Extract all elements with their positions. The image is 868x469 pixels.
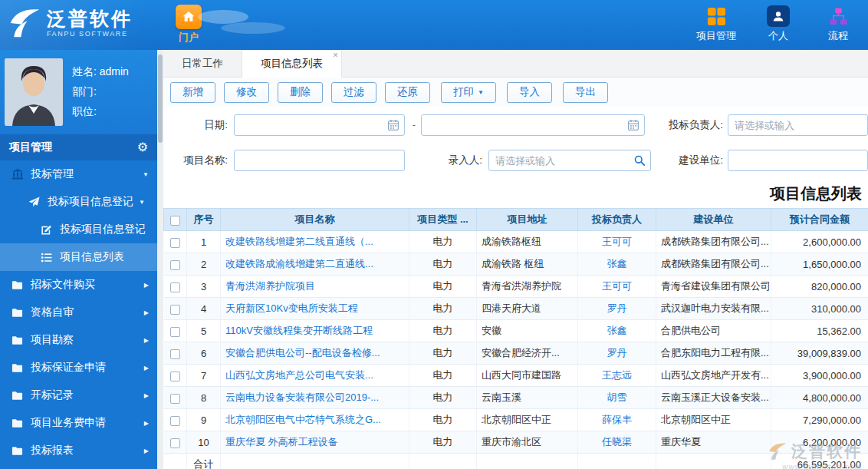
cell-builder: 合肥供电公司: [656, 320, 771, 342]
sidebar-item-8[interactable]: 开标记录▶: [0, 381, 157, 409]
sidebar-item-5[interactable]: 资格自审▶: [0, 299, 157, 326]
tab-1[interactable]: 项目信息列表×: [242, 50, 342, 78]
project-name-link[interactable]: 青海洪湖养护院项目: [225, 280, 315, 292]
tab-label: 项目信息列表: [261, 57, 323, 71]
user-name: 姓名: admin: [72, 61, 129, 81]
leader-link[interactable]: 张鑫: [607, 325, 627, 336]
bid-leader-input[interactable]: [728, 115, 867, 135]
entry-person-input[interactable]: [489, 150, 650, 170]
cell-builder: 成都铁路集团有限公司...: [656, 231, 771, 253]
project-name-link[interactable]: 110kV安徽线程集变开断线路工程: [225, 325, 373, 336]
search-icon[interactable]: [633, 154, 646, 167]
cell-amount: 39,009,839.00: [771, 342, 868, 365]
cell-address: 青海省洪湖养护院: [477, 276, 578, 298]
nav-project-management[interactable]: 项目管理: [696, 5, 736, 43]
row-checkbox[interactable]: [170, 327, 180, 337]
leader-link[interactable]: 王可可: [602, 280, 632, 292]
project-name-link[interactable]: 云南电力设备安装有限公司2019-...: [225, 391, 379, 403]
cell-builder: 成都铁路集团有限公司...: [656, 253, 771, 276]
cell-type: 电力: [409, 231, 477, 253]
cell-no: 1: [187, 231, 221, 253]
cell-amount: 820,000.00: [771, 276, 868, 298]
sidebar-item-0[interactable]: 投标管理▼: [0, 160, 157, 188]
nav-label: 流程: [828, 29, 848, 43]
sidebar-item-9[interactable]: 项目业务费申请▶: [0, 409, 157, 437]
project-name-link[interactable]: 天府新区10Kv变电所安装工程: [225, 302, 358, 314]
tab-0[interactable]: 日常工作: [163, 50, 242, 77]
cell-address: 安徽合肥经济开...: [477, 342, 578, 365]
sidebar-item-label: 投标报表: [31, 444, 74, 457]
project-name-field: [234, 150, 405, 171]
leader-link[interactable]: 任晓渠: [602, 436, 632, 448]
toolbar-button-1[interactable]: 修改: [224, 82, 269, 103]
project-name-link[interactable]: 山西弘文房地产总公司电气安装...: [225, 369, 373, 381]
toolbar-button-0[interactable]: 新增: [170, 82, 215, 103]
cell-builder: 青海省建设集团有限公司: [656, 276, 771, 298]
project-name-link[interactable]: 改建铁路成渝线增建第二直通线...: [225, 258, 373, 269]
sidebar-item-label: 投标项目信息登记: [60, 223, 146, 236]
caret-down-icon: ▼: [139, 199, 145, 206]
sidebar-item-4[interactable]: 招标文件购买▶: [0, 271, 157, 299]
toolbar-button-4[interactable]: 还原: [385, 82, 430, 103]
sidebar-item-6[interactable]: 项目勘察▶: [0, 326, 157, 354]
row-checkbox[interactable]: [170, 394, 180, 404]
table-row: 6安徽合肥供电公司--配电设备检修...电力安徽合肥经济开...罗丹合肥东阳电力…: [164, 342, 868, 365]
leader-link[interactable]: 薛保丰: [602, 414, 632, 425]
column-header: 投标负责人: [578, 209, 656, 231]
sidebar-item-7[interactable]: 投标保证金申请▶: [0, 354, 157, 381]
sidebar-header-label: 项目管理: [9, 140, 52, 154]
gear-icon[interactable]: ⚙: [137, 141, 148, 154]
project-name-input[interactable]: [235, 150, 404, 170]
toolbar-button-7[interactable]: 导出: [563, 82, 608, 103]
sidebar-item-10[interactable]: 投标报表▶: [0, 437, 157, 464]
leader-link[interactable]: 胡雪: [607, 391, 627, 403]
cell-amount: 6,200,000.00: [771, 431, 868, 454]
date-from-input[interactable]: [235, 115, 404, 135]
project-name-link[interactable]: 重庆华夏 外高桥工程设备: [225, 436, 338, 448]
sidebar-header: 项目管理 ⚙: [0, 134, 157, 160]
leader-link[interactable]: 王可可: [602, 236, 632, 247]
leader-link[interactable]: 王志远: [602, 369, 632, 381]
row-checkbox[interactable]: [170, 372, 180, 381]
scrollbar-thumb[interactable]: [158, 54, 163, 143]
calendar-icon[interactable]: [627, 119, 639, 131]
leader-link[interactable]: 张鑫: [607, 258, 627, 269]
nav-personal[interactable]: 个人: [761, 5, 796, 43]
leader-link[interactable]: 罗丹: [607, 302, 627, 314]
close-icon[interactable]: ×: [333, 51, 338, 60]
date-label: 日期:: [163, 114, 228, 136]
sidebar-scrollbar[interactable]: [157, 50, 163, 469]
row-checkbox[interactable]: [170, 416, 180, 426]
project-name-link[interactable]: 北京朝阳区电气中芯特气系统之G...: [225, 414, 381, 425]
cell-no: 10: [187, 431, 221, 454]
row-checkbox[interactable]: [170, 438, 180, 448]
nav-process[interactable]: 流程: [820, 5, 856, 43]
cell-no: 3: [187, 276, 221, 298]
total-label: 合计: [187, 454, 221, 469]
portal-button[interactable]: 门户: [172, 5, 205, 45]
row-checkbox[interactable]: [170, 305, 180, 315]
sidebar-item-2[interactable]: 投标项目信息登记: [0, 216, 157, 243]
date-to-field: [421, 114, 645, 136]
cell-builder: 重庆华夏: [656, 431, 771, 454]
toolbar-button-6[interactable]: 导入: [507, 82, 552, 103]
date-to-input[interactable]: [422, 115, 644, 135]
project-name-link[interactable]: 安徽合肥供电公司--配电设备检修...: [225, 347, 380, 358]
toolbar-button-2[interactable]: 删除: [278, 82, 323, 103]
builder-input[interactable]: [728, 150, 867, 170]
leader-link[interactable]: 罗丹: [607, 347, 627, 358]
row-checkbox[interactable]: [170, 238, 180, 248]
sidebar-item-3[interactable]: 项目信息列表: [0, 243, 157, 271]
row-checkbox[interactable]: [170, 349, 180, 359]
sidebar-item-label: 开标记录: [31, 388, 74, 402]
select-all-checkbox[interactable]: [170, 216, 180, 226]
toolbar-button-5[interactable]: 打印▼: [441, 82, 496, 103]
table-row: 7山西弘文房地产总公司电气安装...电力山西大同市建国路王志远山西弘文房地产开发…: [164, 365, 868, 387]
calendar-icon[interactable]: [387, 119, 399, 131]
project-name-link[interactable]: 改建铁路线增建第二线直通线（...: [225, 236, 373, 247]
toolbar-button-3[interactable]: 过滤: [331, 82, 376, 103]
row-checkbox[interactable]: [170, 260, 180, 270]
column-header: 项目名称: [221, 209, 409, 231]
row-checkbox[interactable]: [170, 282, 180, 292]
sidebar-item-1[interactable]: 投标项目信息登记▼: [0, 188, 157, 216]
